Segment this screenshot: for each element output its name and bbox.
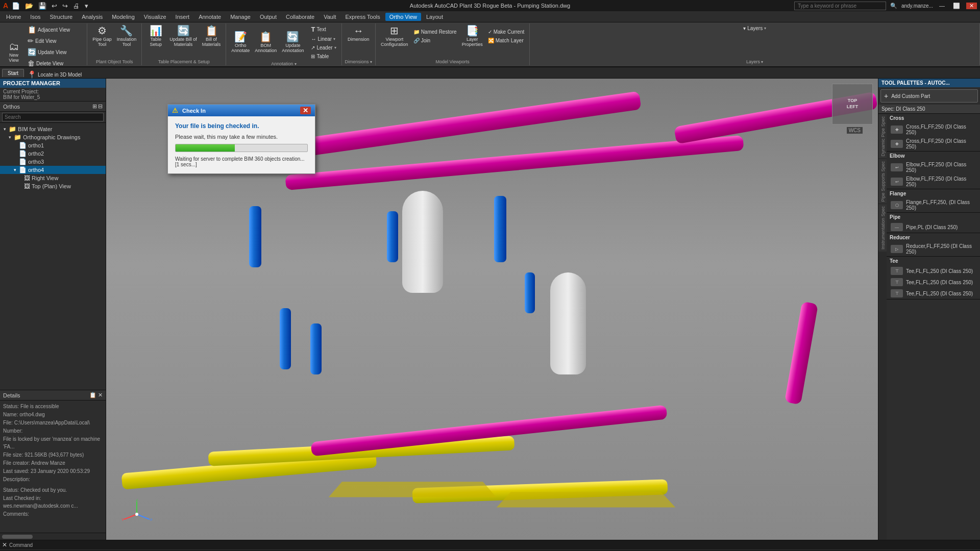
palette-item-tee-2[interactable]: ⊤ Tee,FL,FL,250 (DI Class 250) (887, 277, 980, 288)
checkin-close-button[interactable]: ✕ (300, 107, 311, 114)
scroll-thumb[interactable] (2, 535, 33, 539)
edit-icon: ✏ (28, 37, 34, 45)
ribbon-btn-bom-annotation[interactable]: 📋 BOMAnnotation (253, 31, 279, 54)
side-spec-labels: Dynamic Pipe Spec Pipe Supports Spec Ins… (878, 114, 887, 540)
tree-item-ortho1[interactable]: 📄 ortho1 (0, 141, 106, 149)
new-icon[interactable]: 📄 (10, 1, 21, 11)
tree-expand-icon: ▾ (2, 127, 7, 132)
tree-item-top-plan-view[interactable]: 🖼 Top (Plan) View (0, 182, 106, 190)
ribbon-btn-join[interactable]: 🔗 Join (411, 37, 459, 44)
ribbon-btn-ortho-annotate[interactable]: 📝 OrthoAnnotate (229, 31, 252, 54)
details-copy-icon[interactable]: 📋 (89, 392, 96, 398)
menu-vault[interactable]: Vault (320, 13, 340, 21)
menu-isos[interactable]: Isos (26, 13, 44, 21)
elbow-1-label: Elbow,FL,FF,250 (DI Class 250) (906, 162, 976, 173)
menu-annotate[interactable]: Annotate (194, 13, 225, 21)
menu-ortho-view[interactable]: Ortho View (385, 13, 421, 21)
ribbon-btn-viewport-config[interactable]: ⊞ ViewportConfiguration (379, 24, 410, 48)
ribbon-btn-layer-props[interactable]: 📑 LayerProperties (460, 24, 485, 48)
ribbon-btn-update-annotation[interactable]: 🔄 UpdateAnnotation (280, 31, 306, 54)
menu-express-tools[interactable]: Express Tools (341, 13, 384, 21)
menu-output[interactable]: Output (256, 13, 281, 21)
menu-manage[interactable]: Manage (226, 13, 255, 21)
palette-item-tee-3[interactable]: ⊤ Tee,FL,FL,250 (DI Class 250) (887, 288, 980, 299)
ribbon-btn-bom[interactable]: 📋 Bill ofMaterials (200, 24, 223, 48)
menu-visualize[interactable]: Visualize (140, 13, 170, 21)
redo-icon[interactable]: ↪ (61, 1, 69, 11)
text-icon: T (311, 26, 315, 33)
ribbon-btn-table[interactable]: ⊞ Table (309, 53, 338, 60)
ribbon-btn-adjacent-view[interactable]: 📋 Adjacent View (26, 24, 84, 35)
palette-item-elbow-2[interactable]: ↩ Elbow,FL,FF,250 (DI Class 250) (887, 174, 980, 189)
ribbon-row-vp: ⊞ ViewportConfiguration 📁 Named Restore … (379, 24, 526, 48)
ribbon-btn-insulation[interactable]: 🔧 InsulationTool (115, 24, 139, 48)
ribbon-btn-new-view[interactable]: 🗂 NewView (3, 40, 24, 64)
checkin-progress-bar (175, 144, 308, 152)
ribbon-btn-edit-view[interactable]: ✏ Edit View (26, 36, 84, 46)
open-icon[interactable]: 📂 (23, 1, 35, 11)
plot-icon[interactable]: 🖨 (71, 1, 81, 11)
menu-layout[interactable]: Layout (422, 13, 447, 21)
left-panel-scrollbar[interactable] (0, 533, 106, 540)
ribbon-btn-text[interactable]: T Text (309, 24, 338, 34)
viewcube[interactable]: TOPLEFT (832, 84, 873, 124)
dropdown-icon[interactable]: ▾ (83, 1, 90, 11)
restore-btn[interactable]: ⬜ (951, 3, 962, 9)
menu-modeling[interactable]: Modeling (108, 13, 139, 21)
ribbon-btn-match-layer[interactable]: 🔀 Match Layer (486, 37, 527, 44)
tree-item-ortho-drawings[interactable]: ▾ 📁 Orthographic Drawings (0, 133, 106, 141)
save-icon[interactable]: 💾 (37, 1, 48, 11)
detail-creator: File creator: Andrew Manze (3, 459, 103, 467)
search-icon[interactable]: 🔍 (890, 3, 897, 9)
tee-icon-3: ⊤ (891, 289, 903, 297)
flange-header: Flange (887, 189, 980, 198)
ribbon-btn-update-view[interactable]: 🔄 Update View (26, 47, 84, 57)
tree-item-ortho2[interactable]: 📄 ortho2 (0, 149, 106, 158)
tab-start[interactable]: Start (2, 69, 24, 77)
ribbon-btn-pipe-gap[interactable]: ⚙ Pipe GapTool (90, 24, 114, 48)
ribbon-btn-make-current[interactable]: ✓ Make Current (486, 28, 527, 36)
add-custom-part-button[interactable]: + Add Custom Part (880, 89, 978, 103)
menu-home[interactable]: Home (2, 13, 25, 21)
undo-icon[interactable]: ↩ (50, 1, 59, 11)
palette-item-elbow-1[interactable]: ↩ Elbow,FL,FF,250 (DI Class 250) (887, 160, 980, 174)
pipe-blue-3 (494, 196, 506, 262)
palette-item-cross-1[interactable]: ✚ Cross,FL,FF,250 (DI Class 250) (887, 122, 980, 137)
ribbon-btn-table-setup[interactable]: 📊 TableSetup (145, 24, 166, 48)
menu-analysis[interactable]: Analysis (78, 13, 107, 21)
menu-structure[interactable]: Structure (46, 13, 77, 21)
ribbon-btn-layers-dropdown[interactable]: ▾ Layers ▾ (741, 24, 768, 32)
ribbon-btn-leader[interactable]: ↗ Leader ▾ (309, 44, 338, 52)
command-close-btn[interactable]: ✕ (2, 541, 7, 548)
pipe-blue-1 (249, 206, 261, 267)
close-btn[interactable]: ✕ (966, 3, 977, 9)
tree-item-ortho3[interactable]: 📄 ortho3 (0, 158, 106, 166)
palette-item-cross-2[interactable]: ✚ Cross,FL,FF,250 (DI Class 250) (887, 137, 980, 151)
global-search[interactable] (794, 2, 886, 10)
palette-item-tee-1[interactable]: ⊤ Tee,FL,FL,250 (DI Class 250) (887, 265, 980, 277)
orthos-search-input[interactable] (2, 113, 104, 121)
ribbon-group-plant-tools: ⚙ Pipe GapTool 🔧 InsulationTool Plant Ob… (87, 23, 142, 65)
ribbon-btn-linear[interactable]: ↔ Linear ▾ (309, 35, 338, 43)
cross-header: Cross (887, 114, 980, 122)
palette-item-reducer-1[interactable]: ▷ Reducer,FL,FF,250 (DI Class 250) (887, 242, 980, 256)
viewport[interactable]: Orthographic DWG Isometric DWG (106, 79, 878, 540)
tree-item-bim-for-water[interactable]: ▾ 📁 BIM for Water (0, 125, 106, 133)
ribbon-btn-delete-view[interactable]: 🗑 Delete View (26, 58, 84, 68)
minimize-btn[interactable]: — (937, 3, 947, 9)
tree-item-ortho4[interactable]: ▾ 📄 ortho4 (0, 166, 106, 174)
palette-item-flange-1[interactable]: ⬡ Flange,FL,FF,250, (DI Class 250) (887, 198, 980, 212)
details-close-icon[interactable]: ✕ (98, 392, 103, 398)
palette-item-pipe-1[interactable]: — Pipe,PL (DI Class 250) (887, 221, 980, 233)
ribbon-btn-update-bom[interactable]: 🔄 Update Bill ofMaterials (167, 24, 199, 48)
ribbon-btn-named-restore[interactable]: 📁 Named Restore (411, 28, 459, 36)
menu-insert[interactable]: Insert (172, 13, 194, 21)
menu-collaborate[interactable]: Collaborate (282, 13, 318, 21)
orthos-collapse-icon[interactable]: ⊟ (98, 103, 103, 110)
ribbon-btn-dimension[interactable]: ↔ Dimension (346, 24, 372, 43)
tree-item-right-view[interactable]: 🖼 Right View (0, 174, 106, 182)
orthos-expand-icon[interactable]: ⊞ (92, 103, 97, 110)
tab-add[interactable]: + (24, 68, 38, 77)
palette-section-elbow: Elbow ↩ Elbow,FL,FF,250 (DI Class 250) ↩… (887, 152, 980, 189)
right-panel: TOOL PALETTES - AUTOC... + Add Custom Pa… (878, 79, 980, 540)
